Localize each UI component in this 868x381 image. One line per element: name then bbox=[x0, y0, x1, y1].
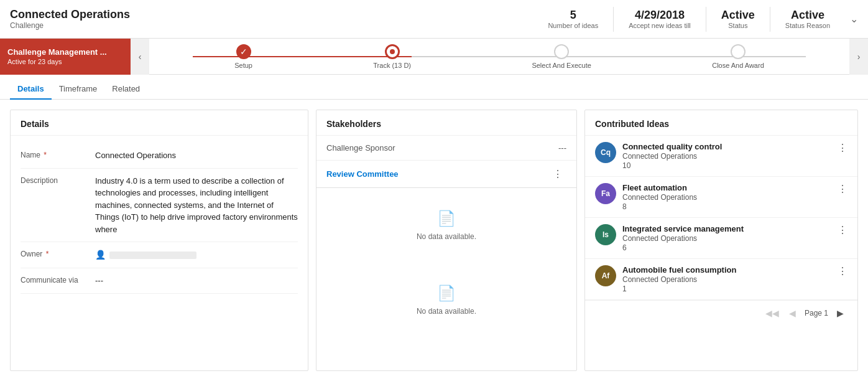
page-header: Connected Operations Challenge 5 Number … bbox=[0, 0, 868, 39]
pagination-prev-button[interactable]: ◀ bbox=[785, 306, 800, 321]
no-data-icon-1: 📄 bbox=[437, 210, 456, 227]
progress-next-button[interactable]: › bbox=[849, 39, 868, 75]
sponsor-label: Challenge Sponsor bbox=[326, 143, 395, 153]
field-owner-value: 👤 bbox=[95, 248, 298, 261]
status-reason-label: Status Reason bbox=[785, 22, 830, 29]
header-meta: 5 Number of ideas 4/29/2018 Accept new i… bbox=[548, 7, 858, 32]
idea-info: Integrated service management Connected … bbox=[622, 224, 831, 252]
ideas-count-item: 5 Number of ideas bbox=[548, 9, 598, 29]
review-committee-menu-button[interactable]: ⋮ bbox=[549, 167, 566, 181]
step-circle-close bbox=[731, 44, 746, 59]
pagination-next-button[interactable]: ▶ bbox=[833, 306, 847, 321]
idea-org: Connected Operations bbox=[622, 234, 831, 243]
idea-menu-button[interactable]: ⋮ bbox=[838, 265, 847, 277]
date-value: 4/29/2018 bbox=[629, 9, 691, 22]
badge-sub: Active for 23 days bbox=[7, 58, 123, 65]
step-label-select: Select And Execute bbox=[532, 62, 591, 69]
ideas-count-label: Number of ideas bbox=[548, 22, 598, 29]
field-owner-row: Owner * 👤 bbox=[21, 242, 298, 268]
idea-avatar: Fa bbox=[595, 183, 616, 204]
step-circle-track bbox=[385, 44, 400, 59]
idea-info: Automobile fuel consumption Connected Op… bbox=[622, 265, 831, 293]
field-description-value: Industry 4.0 is a term used to describe … bbox=[95, 175, 298, 236]
idea-avatar: Is bbox=[595, 224, 616, 245]
idea-info: Connected quality control Connected Oper… bbox=[622, 142, 831, 170]
status-value: Active bbox=[721, 9, 755, 22]
ideas-count-value: 5 bbox=[548, 9, 598, 22]
idea-org: Connected Operations bbox=[622, 193, 831, 202]
progress-prev-button[interactable]: ‹ bbox=[131, 39, 149, 75]
progress-track: ✓ Setup Track (13 D) Select And Execute … bbox=[149, 44, 849, 69]
page-title: Connected Operations bbox=[10, 8, 548, 21]
field-communicate-row: Communicate via --- bbox=[21, 268, 298, 294]
idea-count: 1 bbox=[622, 285, 831, 293]
idea-info: Fleet automation Connected Operations 8 bbox=[622, 183, 831, 211]
step-select: Select And Execute bbox=[532, 44, 591, 69]
contributed-panel-title: Contributed Ideas bbox=[585, 110, 857, 136]
step-label-track: Track (13 D) bbox=[373, 62, 411, 69]
idea-count: 8 bbox=[622, 202, 831, 211]
pagination-page-label: Page 1 bbox=[802, 309, 831, 318]
tab-timeframe[interactable]: Timeframe bbox=[52, 79, 105, 100]
stakeholders-panel-title: Stakeholders bbox=[316, 110, 576, 136]
status-label: Status bbox=[721, 22, 755, 29]
contributed-ideas-panel: Contributed Ideas Cq Connected quality c… bbox=[584, 110, 858, 371]
field-description-label: Description bbox=[21, 175, 95, 185]
idea-list-item: Af Automobile fuel consumption Connected… bbox=[585, 259, 857, 300]
idea-list-item: Fa Fleet automation Connected Operations… bbox=[585, 177, 857, 218]
field-communicate-value: --- bbox=[95, 275, 298, 287]
tab-details[interactable]: Details bbox=[10, 79, 52, 100]
idea-org: Connected Operations bbox=[622, 275, 831, 284]
idea-name: Integrated service management bbox=[622, 224, 831, 233]
idea-name: Automobile fuel consumption bbox=[622, 265, 831, 275]
pagination-bar: ◀◀ ◀ Page 1 ▶ bbox=[585, 300, 857, 326]
step-track: Track (13 D) bbox=[373, 44, 411, 69]
details-panel-title: Details bbox=[11, 110, 308, 136]
name-required-marker: * bbox=[44, 151, 47, 159]
review-committee-title[interactable]: Review Committee bbox=[326, 169, 399, 179]
field-communicate-label: Communicate via bbox=[21, 275, 95, 285]
status-item: Active Status bbox=[721, 9, 755, 29]
idea-menu-button[interactable]: ⋮ bbox=[838, 183, 847, 195]
owner-required-marker: * bbox=[46, 250, 49, 258]
idea-list-item: Cq Connected quality control Connected O… bbox=[585, 136, 857, 177]
field-name-value: Connected Operations bbox=[95, 149, 298, 162]
step-label-setup: Setup bbox=[234, 62, 252, 69]
idea-avatar: Af bbox=[595, 265, 616, 286]
no-data-text-1: No data available. bbox=[417, 232, 476, 241]
field-description-row: Description Industry 4.0 is a term used … bbox=[21, 169, 298, 243]
badge-title: Challenge Management ... bbox=[7, 47, 123, 57]
idea-menu-button[interactable]: ⋮ bbox=[838, 142, 847, 154]
main-content: Details Name * Connected Operations Desc… bbox=[0, 100, 868, 381]
step-close: Close And Award bbox=[712, 44, 764, 69]
idea-org: Connected Operations bbox=[622, 152, 831, 161]
idea-list-item: Is Integrated service management Connect… bbox=[585, 218, 857, 259]
idea-count: 10 bbox=[622, 161, 831, 170]
ideas-list: Cq Connected quality control Connected O… bbox=[585, 136, 857, 300]
tab-related[interactable]: Related bbox=[104, 79, 147, 100]
step-circle-setup: ✓ bbox=[236, 44, 251, 59]
pagination-first-button[interactable]: ◀◀ bbox=[762, 306, 783, 321]
meta-divider-1 bbox=[613, 7, 614, 32]
meta-divider-2 bbox=[706, 7, 706, 32]
sponsor-value: --- bbox=[558, 143, 566, 153]
date-item: 4/29/2018 Accept new ideas till bbox=[629, 9, 691, 29]
field-name-label: Name * bbox=[21, 149, 95, 159]
status-reason-item: Active Status Reason bbox=[785, 9, 830, 29]
idea-name: Connected quality control bbox=[622, 142, 831, 151]
step-label-close: Close And Award bbox=[712, 62, 764, 69]
stakeholders-no-data-2: 📄 No data available. bbox=[316, 263, 576, 337]
owner-name-blurred bbox=[109, 252, 196, 259]
status-reason-value: Active bbox=[785, 9, 830, 22]
header-title-section: Connected Operations Challenge bbox=[10, 8, 548, 30]
review-committee-header: Review Committee ⋮ bbox=[316, 161, 576, 188]
field-owner-label: Owner * bbox=[21, 248, 95, 258]
header-dropdown-button[interactable]: ⌄ bbox=[850, 13, 858, 25]
date-label: Accept new ideas till bbox=[629, 22, 691, 29]
no-data-icon-2: 📄 bbox=[437, 285, 456, 302]
field-name-row: Name * Connected Operations bbox=[21, 143, 298, 169]
sponsor-row: Challenge Sponsor --- bbox=[316, 136, 576, 161]
idea-count: 6 bbox=[622, 243, 831, 252]
stakeholders-panel: Stakeholders Challenge Sponsor --- Revie… bbox=[316, 110, 577, 371]
idea-menu-button[interactable]: ⋮ bbox=[838, 224, 847, 236]
